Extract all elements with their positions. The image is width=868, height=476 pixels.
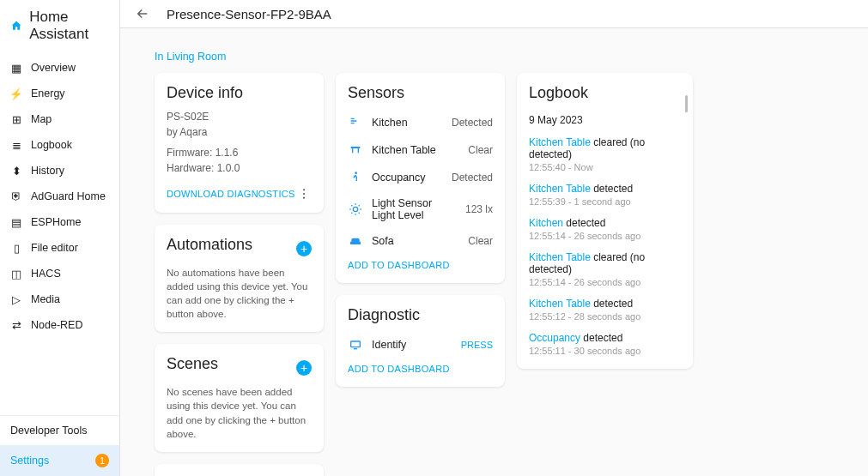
logbook-date: 9 May 2023 (529, 114, 681, 126)
main: Presence-Sensor-FP2-9BAA In Living Room … (120, 0, 868, 476)
room-link[interactable]: In Living Room (155, 51, 226, 63)
sidebar-item-label: Media (31, 293, 60, 305)
add-automation-button[interactable]: + (296, 241, 312, 256)
svg-point-2 (303, 197, 305, 199)
card-title: Logbook (529, 84, 681, 102)
sidebar: Home Assistant ▦Overview ⚡Energy ⊞Map ≣L… (0, 0, 120, 476)
device-model: PS-S02E (167, 109, 312, 124)
sidebar-item-nodered[interactable]: ⇄Node-RED (0, 312, 119, 338)
nav-list: ▦Overview ⚡Energy ⊞Map ≣Logbook ⬍History… (0, 51, 119, 415)
add-scene-button[interactable]: + (296, 360, 312, 376)
sofa-icon (348, 233, 363, 249)
sensor-value: Detected (452, 117, 493, 129)
play-icon: ▷ (10, 293, 22, 305)
sidebar-item-media[interactable]: ▷Media (0, 286, 119, 312)
card-title: Automations (167, 236, 252, 254)
sidebar-item-label: Node-RED (31, 319, 82, 331)
card-title: Device info (167, 84, 312, 102)
svg-point-6 (355, 172, 357, 174)
sidebar-item-map[interactable]: ⊞Map (0, 106, 119, 132)
svg-point-1 (303, 193, 305, 195)
svg-rect-4 (352, 148, 353, 153)
home-assistant-icon (10, 18, 22, 33)
list-icon: ≣ (10, 139, 22, 151)
logbook-entry[interactable]: Kitchen detected 12:55:14 - 26 seconds a… (529, 212, 681, 246)
log-time: 12:55:11 - 30 seconds ago (529, 346, 681, 356)
sensor-row[interactable]: Occupancy Detected (348, 164, 493, 191)
brand-label: Home Assistant (29, 9, 109, 43)
log-time: 12:55:12 - 28 seconds ago (529, 311, 681, 322)
log-entity: Kitchen Table (529, 298, 591, 310)
sidebar-item-developer-tools[interactable]: Developer Tools (0, 416, 119, 445)
sidebar-item-history[interactable]: ⬍History (0, 158, 119, 184)
log-event: detected (591, 298, 633, 310)
log-entity: Occupancy (529, 332, 580, 344)
automations-card: Automations + No automations have been a… (155, 225, 324, 332)
sidebar-item-label: ESPHome (31, 216, 81, 228)
sidebar-item-energy[interactable]: ⚡Energy (0, 81, 119, 106)
card-title: Sensors (348, 84, 493, 102)
sidebar-item-fileeditor[interactable]: ▯File editor (0, 235, 119, 261)
topbar: Presence-Sensor-FP2-9BAA (120, 0, 868, 28)
dashboard-icon: ▦ (10, 62, 22, 74)
svg-point-7 (353, 207, 357, 211)
logbook-entry[interactable]: Kitchen Table detected 12:55:12 - 28 sec… (529, 292, 681, 327)
shield-icon: ⛨ (10, 190, 22, 202)
logbook-card: Logbook 9 May 2023 Kitchen Table cleared… (517, 73, 693, 369)
svg-rect-3 (351, 147, 361, 148)
sensor-row[interactable]: Kitchen Detected (348, 109, 493, 136)
sidebar-item-label: Map (31, 113, 52, 125)
sidebar-item-logbook[interactable]: ≣Logbook (0, 132, 119, 158)
log-event: detected (580, 332, 622, 344)
sensor-row[interactable]: Light Sensor Light Level 123 lx (348, 191, 493, 227)
logbook-entry[interactable]: Kitchen Table detected 12:55:39 - 1 seco… (529, 178, 681, 212)
log-time: 12:55:39 - 1 second ago (529, 196, 681, 207)
add-to-dashboard-button[interactable]: ADD TO DASHBOARD (348, 364, 450, 374)
map-icon: ⊞ (10, 113, 22, 125)
content: In Living Room Device info PS-S02E by Aq… (120, 28, 868, 476)
sensor-value: Detected (452, 172, 493, 184)
sensor-label: Kitchen Table (372, 144, 459, 156)
sidebar-item-hacs[interactable]: ◫HACS (0, 261, 119, 286)
add-to-dashboard-button[interactable]: ADD TO DASHBOARD (348, 260, 450, 270)
sidebar-item-label: Overview (31, 62, 76, 74)
sidebar-item-label: Energy (31, 87, 65, 99)
sidebar-item-settings[interactable]: Settings 1 (0, 445, 119, 476)
diagnostic-row[interactable]: Identify PRESS (348, 331, 493, 359)
press-button[interactable]: PRESS (461, 340, 493, 350)
sidebar-item-adguard[interactable]: ⛨AdGuard Home (0, 184, 119, 209)
more-menu-button[interactable] (296, 186, 312, 202)
back-button[interactable] (134, 5, 151, 22)
sensor-row[interactable]: Kitchen Table Clear (348, 136, 493, 164)
card-title: Scenes (167, 355, 218, 373)
sensor-label: Sofa (372, 235, 459, 247)
log-time: 12:55:14 - 26 seconds ago (529, 231, 681, 241)
file-icon: ▯ (10, 242, 22, 254)
svg-point-0 (303, 189, 305, 190)
sensors-card: Sensors Kitchen Detected Kitchen Table C… (336, 73, 505, 283)
download-diagnostics-button[interactable]: DOWNLOAD DIAGNOSTICS (167, 189, 295, 199)
log-entity: Kitchen Table (529, 136, 591, 148)
sensor-label: Kitchen (372, 117, 443, 129)
device-hardware: Hardware: 1.0.0 (167, 160, 312, 176)
sidebar-item-overview[interactable]: ▦Overview (0, 55, 119, 81)
arrow-left-icon (135, 6, 150, 21)
sidebar-item-label: File editor (31, 242, 78, 254)
sidebar-bottom: Developer Tools Settings 1 (0, 415, 119, 476)
logbook-entry[interactable]: Kitchen Table cleared (no detected) 12:5… (529, 246, 681, 292)
scrollbar[interactable] (685, 95, 688, 112)
sidebar-item-label: HACS (31, 268, 61, 280)
logbook-entry[interactable]: Kitchen Table cleared (no detected) 12:5… (529, 131, 681, 178)
svg-rect-8 (351, 341, 361, 347)
scripts-card: Scripts + No scripts have been added usi… (155, 464, 324, 476)
brand[interactable]: Home Assistant (0, 0, 119, 51)
sidebar-item-esphome[interactable]: ▤ESPHome (0, 209, 119, 235)
sidebar-item-label: History (31, 165, 64, 177)
chart-icon: ⬍ (10, 165, 22, 177)
identify-icon (348, 337, 363, 352)
logbook-entry[interactable]: Occupancy detected 12:55:11 - 30 seconds… (529, 327, 681, 358)
log-entity: Kitchen Table (529, 183, 591, 195)
log-event: detected (563, 217, 605, 229)
sensor-row[interactable]: Sofa Clear (348, 227, 493, 255)
log-time: 12:55:40 - Now (529, 162, 681, 172)
